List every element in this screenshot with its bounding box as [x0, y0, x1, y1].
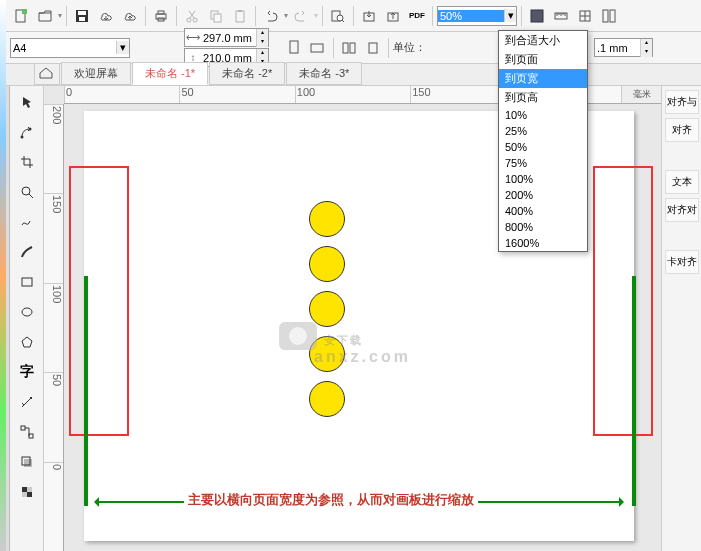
svg-rect-19 [555, 13, 567, 19]
document-tabs: 欢迎屏幕 未命名 -1* 未命名 -2* 未命名 -3* [0, 64, 701, 86]
crop-tool[interactable] [15, 150, 39, 174]
tab-doc3[interactable]: 未命名 -3* [286, 62, 362, 85]
toolbar-row-2: ▾ ⟷ ▴▾ ↕ ▴▾ 单位： ▴▾ [0, 32, 701, 64]
rulers-button[interactable] [550, 5, 572, 27]
portrait-button[interactable] [283, 37, 305, 59]
pick-tool[interactable] [15, 90, 39, 114]
svg-rect-35 [22, 457, 30, 465]
import-button[interactable] [358, 5, 380, 27]
left-color-strip [0, 0, 6, 551]
page-width-input[interactable] [201, 32, 256, 44]
fullscreen-button[interactable] [526, 5, 548, 27]
zoom-opt-50[interactable]: 50% [499, 139, 587, 155]
zoom-opt-75[interactable]: 75% [499, 155, 587, 171]
cloud-upload-button[interactable] [119, 5, 141, 27]
parallel-dim-tool[interactable] [15, 390, 39, 414]
page-preset-input[interactable] [11, 42, 116, 54]
docker-sep2 [665, 226, 699, 246]
svg-rect-36 [24, 459, 32, 467]
yellow-circle-1[interactable] [309, 201, 345, 237]
svg-rect-41 [279, 322, 317, 350]
search-content-button[interactable] [327, 5, 349, 27]
nudge-input[interactable] [595, 42, 640, 54]
shape-tool[interactable] [15, 120, 39, 144]
right-docker: 对齐与 对齐 文本 对齐对 卡对齐 [661, 86, 701, 551]
svg-rect-14 [332, 11, 340, 21]
grid-button[interactable] [574, 5, 596, 27]
zoom-combo[interactable]: ▾ [437, 6, 517, 26]
open-dropdown-arrow[interactable]: ▾ [58, 11, 62, 20]
paste-button[interactable] [229, 5, 251, 27]
zoom-tool[interactable] [15, 180, 39, 204]
drop-shadow-tool[interactable] [15, 450, 39, 474]
open-button[interactable] [34, 5, 56, 27]
docker-align3[interactable]: 卡对齐 [665, 250, 699, 274]
svg-rect-3 [78, 11, 86, 15]
svg-rect-39 [27, 487, 32, 492]
save-button[interactable] [71, 5, 93, 27]
zoom-dropdown-arrow[interactable]: ▾ [504, 9, 516, 22]
all-pages-button[interactable] [338, 37, 360, 59]
connector-tool[interactable] [15, 420, 39, 444]
svg-rect-1 [22, 9, 27, 14]
yellow-circle-2[interactable] [309, 246, 345, 282]
ruler-vertical[interactable]: 200 150 100 50 0 [44, 104, 64, 551]
freehand-tool[interactable] [15, 210, 39, 234]
snap-button[interactable] [598, 5, 620, 27]
zoom-opt-200[interactable]: 200% [499, 187, 587, 203]
nudge-field[interactable]: ▴▾ [594, 38, 653, 57]
tab-welcome[interactable]: 欢迎屏幕 [61, 62, 131, 85]
watermark: 安下载 anxz.com [274, 311, 411, 366]
zoom-opt-height[interactable]: 到页高 [499, 88, 587, 107]
print-button[interactable] [150, 5, 172, 27]
tab-doc1[interactable]: 未命名 -1* [132, 62, 208, 85]
zoom-opt-400[interactable]: 400% [499, 203, 587, 219]
zoom-dropdown-list[interactable]: 到合适大小 到页面 到页宽 到页高 10% 25% 50% 75% 100% 2… [498, 30, 588, 252]
copy-button[interactable] [205, 5, 227, 27]
docker-align-dist[interactable]: 对齐对 [665, 198, 699, 222]
svg-rect-25 [343, 43, 348, 53]
yellow-circle-5[interactable] [309, 381, 345, 417]
docker-align2[interactable]: 对齐 [665, 118, 699, 142]
ruler-unit-label: 毫米 [621, 86, 661, 104]
docker-align[interactable]: 对齐与 [665, 90, 699, 114]
redo-button[interactable] [290, 5, 312, 27]
highlight-box-left [69, 166, 129, 436]
page-preset-combo[interactable]: ▾ [10, 38, 130, 58]
zoom-opt-1600[interactable]: 1600% [499, 235, 587, 251]
rectangle-tool[interactable] [15, 270, 39, 294]
export-button[interactable] [382, 5, 404, 27]
page-edge-left [84, 276, 88, 506]
zoom-opt-100[interactable]: 100% [499, 171, 587, 187]
page-width-field[interactable]: ⟷ ▴▾ [184, 28, 269, 47]
publish-pdf-button[interactable]: PDF [406, 5, 428, 27]
svg-rect-20 [580, 11, 590, 21]
zoom-opt-width[interactable]: 到页宽 [499, 69, 587, 88]
zoom-opt-fit[interactable]: 到合适大小 [499, 31, 587, 50]
current-page-button[interactable] [362, 37, 384, 59]
new-file-button[interactable] [10, 5, 32, 27]
undo-dropdown-arrow[interactable]: ▾ [284, 11, 288, 20]
docker-text[interactable]: 文本 [665, 170, 699, 194]
svg-rect-33 [21, 426, 25, 430]
undo-button[interactable] [260, 5, 282, 27]
page-preset-arrow[interactable]: ▾ [116, 41, 129, 54]
zoom-opt-10[interactable]: 10% [499, 107, 587, 123]
svg-rect-12 [236, 11, 244, 22]
text-tool[interactable]: 字 [15, 360, 39, 384]
cloud-download-button[interactable] [95, 5, 117, 27]
transparency-tool[interactable] [15, 480, 39, 504]
svg-rect-18 [531, 10, 543, 22]
zoom-opt-25[interactable]: 25% [499, 123, 587, 139]
cut-button[interactable] [181, 5, 203, 27]
landscape-button[interactable] [307, 37, 329, 59]
zoom-input[interactable] [438, 10, 504, 22]
tab-home[interactable] [34, 63, 60, 85]
zoom-opt-800[interactable]: 800% [499, 219, 587, 235]
svg-point-42 [289, 327, 307, 345]
polygon-tool[interactable] [15, 330, 39, 354]
zoom-opt-page[interactable]: 到页面 [499, 50, 587, 69]
ellipse-tool[interactable] [15, 300, 39, 324]
artistic-media-tool[interactable] [15, 240, 39, 264]
tab-doc2[interactable]: 未命名 -2* [209, 62, 285, 85]
